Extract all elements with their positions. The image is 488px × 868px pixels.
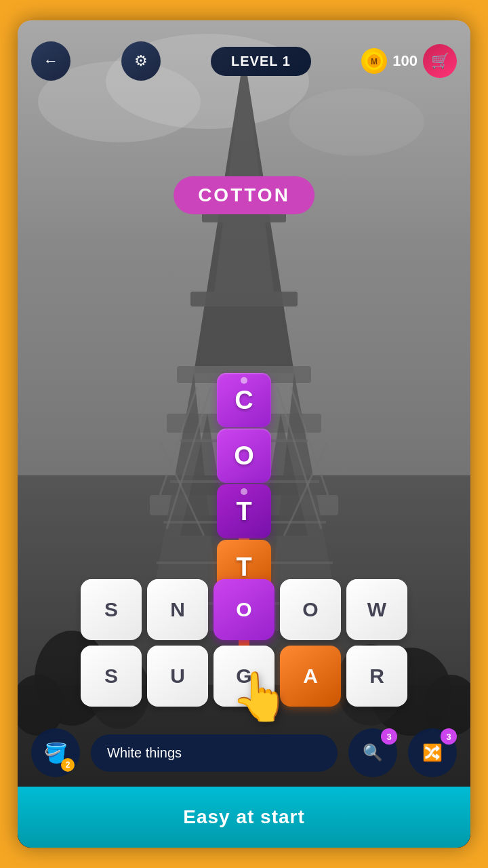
level-badge: LEVEL 1	[211, 47, 311, 76]
keyboard-row-1: S N O O W	[31, 579, 457, 640]
bottom-bar: 🪣 2 White things 🔍 3 🔀 3	[18, 712, 470, 793]
key-o2[interactable]: O	[280, 579, 341, 640]
key-n[interactable]: N	[147, 579, 208, 640]
key-o-selected[interactable]: O	[214, 579, 274, 640]
cart-icon: 🛒	[431, 52, 449, 70]
category-label: White things	[91, 734, 338, 772]
hand-cursor: 👆	[230, 669, 289, 724]
word-label: COTTON	[174, 176, 314, 214]
tile-t1[interactable]: T	[217, 484, 271, 538]
shuffle-icon: 🔀	[422, 743, 443, 762]
back-icon: ←	[43, 52, 58, 70]
bucket-badge: 2	[61, 758, 75, 772]
coin-icon: M	[361, 48, 387, 74]
key-w[interactable]: W	[346, 579, 407, 640]
key-s[interactable]: S	[81, 579, 142, 640]
footer-tagline: Easy at start	[183, 806, 305, 828]
key-s2[interactable]: S	[81, 646, 142, 707]
header: ← ⚙ LEVEL 1 M 100 🛒	[18, 20, 470, 95]
bucket-button[interactable]: 🪣 2	[31, 728, 80, 777]
tile-c[interactable]: C	[217, 373, 271, 427]
search-icon: 🔍	[363, 743, 383, 762]
svg-text:M: M	[371, 57, 378, 66]
shuffle-button[interactable]: 🔀 3	[408, 728, 457, 777]
key-r[interactable]: R	[346, 646, 407, 707]
settings-button[interactable]: ⚙	[121, 41, 161, 81]
back-button[interactable]: ←	[31, 41, 70, 81]
shuffle-badge: 3	[441, 728, 457, 745]
cart-button[interactable]: 🛒	[423, 44, 457, 78]
coins-area: M 100 🛒	[361, 44, 457, 78]
tiles-column: C O T T	[217, 373, 271, 594]
gear-icon: ⚙	[134, 52, 148, 70]
search-badge: 3	[381, 728, 397, 745]
tile-o[interactable]: O	[217, 429, 271, 483]
footer-bar: Easy at start	[18, 787, 470, 848]
key-u[interactable]: U	[147, 646, 208, 707]
coin-count: 100	[392, 52, 418, 70]
search-button[interactable]: 🔍 3	[348, 728, 397, 777]
